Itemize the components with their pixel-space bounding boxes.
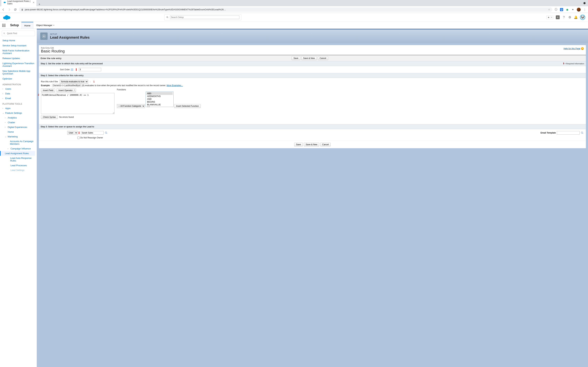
global-search[interactable] (164, 14, 241, 20)
example-box: OwnerId <> LastModifiedById (52, 84, 81, 87)
svg-point-8 (43, 36, 45, 37)
save-button-footer[interactable]: Save (294, 143, 303, 146)
nav-accounts-campaign[interactable]: ›Accounts As Campaign Members (2, 139, 35, 146)
nav-campaign-influence[interactable]: ›Campaign Influence (2, 146, 35, 151)
sort-order-label: Sort Order i (41, 68, 74, 71)
chrome-menu-icon[interactable]: ⋮ (583, 8, 586, 11)
app-launcher[interactable] (0, 22, 8, 29)
check-syntax-button[interactable]: Check Syntax (41, 115, 58, 119)
tab-home[interactable]: Home (21, 22, 33, 29)
help-link[interactable]: Help for this Page ? (564, 47, 584, 50)
nav-analytics[interactable]: ›Analytics (2, 115, 35, 120)
extensions-puzzle-icon[interactable]: ✦ (571, 8, 574, 11)
nav-home[interactable]: ›Home (2, 130, 35, 134)
assignee-input[interactable] (81, 131, 104, 134)
close-tab-icon[interactable]: × (33, 1, 34, 4)
nav-chatter[interactable]: ›Chatter (2, 120, 35, 125)
new-tab-button[interactable]: + (36, 3, 43, 6)
browser-tab[interactable]: Lead Assignment Rules | Sales × (1, 0, 36, 6)
nav-setup-home[interactable]: Setup Home (2, 38, 35, 43)
insert-function-button[interactable]: Insert Selected Function (174, 104, 200, 108)
nav-marketing[interactable]: ⌄Marketing (2, 134, 35, 139)
nav-email[interactable]: ›Email (2, 96, 35, 101)
assign-type-select[interactable]: User (67, 131, 78, 135)
quick-find-input[interactable] (6, 32, 34, 35)
nav-mfa[interactable]: Multi-Factor Authentication Assistant (2, 48, 35, 56)
step3-bar: Step 3: Select the user or queue to assi… (39, 124, 586, 129)
nav-release-updates[interactable]: Release Updates (2, 56, 35, 61)
sort-order-input[interactable] (79, 68, 101, 71)
function-category-select[interactable]: -- All Function Categories -- (117, 104, 145, 108)
nav-service-setup[interactable]: Service Setup Assistant (2, 43, 35, 48)
salesforce-logo[interactable] (3, 15, 10, 20)
functions-label: Functions (117, 88, 201, 91)
header-text: SETUP Lead Assignment Rules (50, 33, 90, 40)
example-row: Example: OwnerId <> LastModifiedById {0}… (39, 84, 586, 88)
search-input[interactable] (170, 16, 240, 19)
email-template: Email Template (535, 131, 584, 134)
do-not-reassign-checkbox[interactable] (77, 137, 80, 139)
more-examples-link[interactable]: More Examples... (167, 84, 183, 87)
reload-icon[interactable] (14, 8, 17, 11)
nav-feature-settings[interactable]: ⌄Feature Settings (2, 111, 35, 115)
nav-lex-transition[interactable]: Lightning Experience Transition Assistan… (2, 61, 35, 68)
section-administration: ADMINISTRATION (2, 81, 35, 86)
nav-lead-assignment-rules[interactable]: ›Lead Assignment Rules (0, 151, 35, 156)
formula-left: Insert Field Insert Operator FLOOR(Annua… (41, 88, 114, 119)
help-badge-icon: ? (581, 47, 584, 50)
nav-digital-exp[interactable]: ›Digital Experiences (2, 125, 35, 130)
star-icon[interactable]: ☆ (548, 8, 550, 11)
insert-field-button[interactable]: Insert Field (41, 88, 55, 92)
forward-icon[interactable] (8, 8, 11, 11)
user-avatar[interactable]: 🐼 (580, 15, 585, 20)
formula-textarea[interactable]: FLOOR(AnnualRevenue / 1000000.0) == 1 (41, 93, 114, 114)
mini-title: Rule Entry Edit (41, 47, 584, 49)
extension-icons: ⓘ Q ◉ ✦ ⋮ (554, 8, 586, 12)
cancel-button[interactable]: Cancel (318, 56, 328, 60)
favorites-dropdown[interactable]: ★▾ (546, 16, 553, 19)
lock-icon (21, 8, 24, 11)
nav-lead-settings[interactable]: ›Lead Settings (2, 168, 35, 173)
svg-point-6 (167, 17, 168, 18)
insert-operator-button[interactable]: Insert Operator (57, 88, 76, 92)
save-new-button-footer[interactable]: Save & New (304, 143, 319, 146)
extension-icon-2[interactable]: ◉ (566, 8, 569, 11)
nav-data[interactable]: ›Data (2, 91, 35, 96)
quick-find[interactable] (2, 31, 35, 36)
nav-users[interactable]: ›Users (2, 86, 35, 91)
function-list[interactable]: ABS ADDMONTHS AND BEGINS BLANKVALUE BR (146, 92, 173, 107)
email-template-input[interactable] (557, 131, 579, 134)
nav-lead-processes[interactable]: ›Lead Processes (2, 163, 35, 168)
info-icon[interactable]: ⓘ (554, 8, 558, 11)
svg-rect-1 (22, 9, 23, 10)
header-eyebrow: SETUP (50, 33, 90, 35)
nav-apps[interactable]: ›Apps (2, 106, 35, 111)
extension-icon-1[interactable]: Q (560, 8, 563, 11)
page-title: Lead Assignment Rules (50, 35, 90, 40)
back-icon[interactable] (2, 8, 5, 11)
info-icon[interactable]: i (71, 68, 73, 71)
nav-mobile-quickstart[interactable]: New Salesforce Mobile App QuickStart (2, 68, 35, 76)
formula-buttons: Insert Field Insert Operator (41, 88, 114, 92)
tab-object-manager[interactable]: Object Manager▾ (33, 22, 57, 29)
setup-gear-icon[interactable]: ⚙ (568, 16, 571, 19)
global-add-icon[interactable]: + (556, 15, 560, 19)
notifications-bell-icon[interactable]: 🔔 (574, 16, 578, 19)
cancel-button-footer[interactable]: Cancel (320, 143, 331, 146)
setup-sidebar: Setup Home Service Setup Assistant Multi… (0, 29, 37, 367)
nav-optimizer[interactable]: Optimizer (2, 76, 35, 81)
profile-avatar[interactable] (577, 8, 581, 12)
url-field[interactable]: java-power-66192.lightning.force.com/lig… (19, 7, 552, 12)
nav-lead-auto-response[interactable]: ›Lead Auto-Response Rules (2, 156, 35, 163)
lookup-icon[interactable] (105, 131, 108, 134)
svg-point-0 (4, 2, 6, 3)
help-icon[interactable]: ? (562, 16, 566, 19)
criteria-select[interactable]: formula evaluates to true (60, 80, 88, 83)
lookup-icon[interactable] (581, 131, 584, 134)
url-text: java-power-66192.lightning.force.com/lig… (25, 8, 226, 11)
save-new-button[interactable]: Save & New (301, 56, 317, 60)
required-mark (79, 132, 79, 134)
section-enter-rule: Enter the rule entry Save Save & New Can… (39, 55, 586, 61)
run-rule-row: Run this rule if the formula evaluates t… (39, 78, 586, 84)
save-button[interactable]: Save (292, 56, 300, 60)
